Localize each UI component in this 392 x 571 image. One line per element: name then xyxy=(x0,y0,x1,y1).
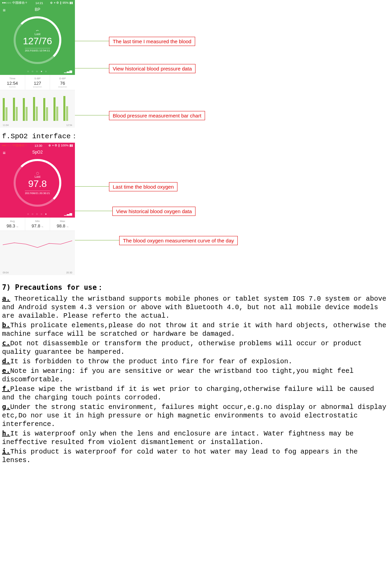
status-left: ●●○○○ 中国移动 ᯤ xyxy=(2,1,28,5)
spo2-heading: f.SpO2 interface： xyxy=(2,131,392,141)
x-start: 11:04 xyxy=(3,124,9,126)
stat-min: Min 97.8 % xyxy=(25,218,50,231)
spo2-value: 97.8 xyxy=(28,178,47,189)
spo2-title: SpO2 xyxy=(0,148,75,155)
hamburger-icon[interactable]: ≡ xyxy=(3,7,5,13)
spo2-timestamp: 2017/08/21 20:30:21 xyxy=(25,191,50,195)
bp-value: 127/76 xyxy=(23,36,52,47)
status-right: ⊕ ⌖ ⚙ ∦ 95% ▮▮ xyxy=(50,1,73,5)
callout-bp-chart: Blood pressure measurement bar chart xyxy=(109,111,205,120)
spo2-line-chart: 09:04 20:30 xyxy=(0,231,75,275)
x-start: 09:04 xyxy=(3,271,9,274)
stat-dbp: D-BP 76 times/min xyxy=(50,75,75,90)
stat-max: Max 98.8 % xyxy=(50,218,75,231)
spo2-phone-mock: ●●○○○ 中国移动 ᯤ 13:30 ⊕ ⌖ ⚙ ∦ 100% ▮▮ ≡ SpO… xyxy=(0,143,75,275)
x-end: 20:30 xyxy=(66,271,72,274)
bp-timestamp: 2017/10/21 12:54:11 xyxy=(25,48,50,52)
bp-bar-chart: 11:04 12:54 xyxy=(0,90,75,128)
stat-time: Time 12:54 hrs/min xyxy=(0,75,25,90)
page-dots[interactable]: ○ ○ ○ ○ ● xyxy=(0,212,75,216)
callout-spo2-main: Last time the blood oxygen xyxy=(109,182,177,191)
history-chart-icon[interactable]: ▁▃▅ xyxy=(64,69,72,73)
spo2-ring: ◌ Last 97.8 2017/08/21 20:30:21 xyxy=(14,159,61,207)
bp-phone-mock: ●●○○○ 中国移动 ᯤ 14:21 ⊕ ⌖ ⚙ ∦ 95% ▮▮ ≡ BP ⤺… xyxy=(0,0,75,128)
history-chart-icon[interactable]: ▁▃▅ xyxy=(64,212,72,216)
status-right: ⊕ ⌖ ⚙ ∦ 100% ▮▮ xyxy=(48,144,73,147)
precautions-body: a. Theoretically the wristband supports … xyxy=(0,294,392,464)
bp-ring: ⤺ Last 127/76 2017/10/21 12:54:11 xyxy=(14,16,61,64)
callout-spo2-hist: View historical blood oxygen data xyxy=(112,207,195,216)
stat-avg: Avg 98.3 % xyxy=(0,218,25,231)
status-time: 13:30 xyxy=(35,144,43,147)
callout-bp-main: The last time I measured the blood xyxy=(109,37,195,46)
bp-last-label: Last xyxy=(34,32,40,36)
page-dots[interactable]: ○ ○ ○ ● ○ xyxy=(0,70,75,73)
x-end: 12:54 xyxy=(66,124,72,126)
callout-bp-hist: View historical blood pressure data xyxy=(109,64,195,73)
hamburger-icon[interactable]: ≡ xyxy=(3,150,5,156)
status-time: 14:21 xyxy=(35,1,43,5)
status-left: ●●○○○ 中国移动 ᯤ xyxy=(2,143,28,148)
callout-spo2-chart: The blood oxygen measurement curve of th… xyxy=(119,236,238,245)
stat-sbp: S-BP 127 times/min xyxy=(25,75,50,90)
precautions-title: 7) Precautions for use： xyxy=(2,283,392,292)
spo2-last-label: Last xyxy=(34,175,40,178)
bp-title: BP xyxy=(0,6,75,12)
